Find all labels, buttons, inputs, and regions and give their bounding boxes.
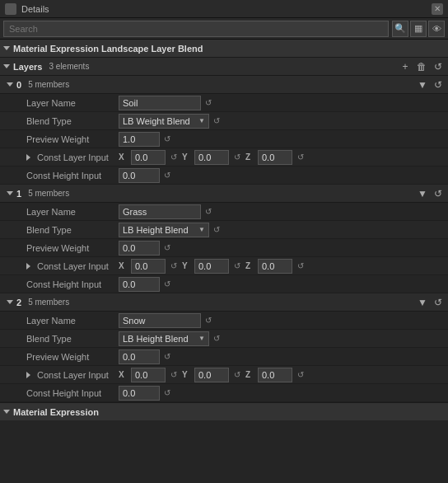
layer-2-constheight-value: ↺ (119, 386, 448, 401)
layer-1-blendtype-row: Blend Type LB Height Blend ▼ ↺ (0, 221, 448, 239)
layer-2-name-value: ↺ (119, 313, 448, 328)
layer-2-z-input[interactable] (258, 368, 292, 382)
layer-2-previewweight-value: ↺ (119, 349, 448, 364)
layer-2-z-reset[interactable]: ↺ (295, 369, 306, 381)
layer-1-constlayer-row: Const Layer Input X ↺ Y ↺ Z ↺ (0, 257, 448, 275)
layer-0-blendtype-row: Blend Type LB Weight Blend ▼ ↺ (0, 112, 448, 130)
search-icon[interactable]: 🔍 (392, 21, 408, 37)
layer-0-name-input[interactable] (119, 96, 201, 110)
layer-2-constlayer-label: Const Layer Input (3, 370, 119, 380)
layer-0-x-reset[interactable]: ↺ (168, 152, 180, 163)
layer-2-dropdown-icon[interactable]: ▼ (416, 296, 429, 309)
layer-0-reset-icon[interactable]: ↺ (432, 78, 445, 91)
layer-1-y-reset[interactable]: ↺ (231, 260, 243, 272)
layer-1-z-reset[interactable]: ↺ (295, 260, 306, 272)
title-bar-title: Details (21, 4, 427, 14)
search-input[interactable] (3, 21, 389, 37)
layer-1-previewweight-reset[interactable]: ↺ (161, 242, 173, 254)
layers-triangle (3, 64, 10, 68)
layer-1-actions: ▼ ↺ (416, 187, 448, 200)
layer-1-blendtype-dropdown[interactable]: LB Height Blend ▼ (119, 223, 209, 237)
layer-0-z-reset[interactable]: ↺ (295, 152, 306, 163)
material-expression-header[interactable]: Material Expression Landscape Layer Blen… (0, 40, 448, 58)
layer-1-constheight-reset[interactable]: ↺ (161, 279, 173, 290)
grid-icon[interactable]: ▦ (410, 21, 427, 37)
layer-0-blendtype-reset[interactable]: ↺ (211, 115, 222, 127)
layer-2-constheight-input[interactable] (119, 386, 160, 401)
layer-0-constlayer-value: X ↺ Y ↺ Z ↺ (119, 150, 448, 165)
layer-1-x-input[interactable] (131, 259, 166, 274)
layer-2-y-reset[interactable]: ↺ (231, 369, 243, 381)
layer-0-blendtype-label: Blend Type (3, 116, 119, 126)
layer-2-name-input[interactable] (119, 313, 201, 328)
material-expression-bottom[interactable]: Material Expression (0, 402, 448, 420)
layer-0-name-row: Layer Name ↺ (0, 94, 448, 112)
layers-title: Layers (13, 62, 42, 72)
layer-1-previewweight-input[interactable] (119, 241, 160, 256)
layer-0-y-reset[interactable]: ↺ (231, 152, 243, 163)
layer-0-constlayer-row: Const Layer Input X ↺ Y ↺ Z ↺ (0, 148, 448, 166)
layer-2-header[interactable]: 2 5 members ▼ ↺ (0, 293, 448, 312)
layer-2-blendtype-reset[interactable]: ↺ (211, 333, 222, 345)
add-layer-button[interactable]: + (399, 60, 412, 73)
layer-2-previewweight-row: Preview Weight ↺ (0, 348, 448, 366)
close-button[interactable]: ✕ (432, 3, 443, 15)
layer-2-x-reset[interactable]: ↺ (168, 369, 180, 381)
layer-0-actions: ▼ ↺ (416, 78, 448, 91)
layer-2: 2 5 members ▼ ↺ Layer Name ↺ Blend Type … (0, 293, 448, 402)
layer-1-header[interactable]: 1 5 members ▼ ↺ (0, 185, 448, 203)
layer-1-y-input[interactable] (194, 259, 229, 274)
layer-2-x-input[interactable] (131, 368, 166, 382)
layer-0-blendtype-dropdown[interactable]: LB Weight Blend ▼ (119, 114, 209, 129)
layer-0-dropdown-icon[interactable]: ▼ (416, 78, 429, 91)
layer-0-constheight-input[interactable] (119, 168, 160, 183)
layer-1: 1 5 members ▼ ↺ Layer Name ↺ Blend Type … (0, 185, 448, 293)
layer-0-previewweight-input[interactable] (119, 132, 160, 147)
layer-1-constheight-value: ↺ (119, 277, 448, 292)
layer-0-x-input[interactable] (131, 150, 166, 165)
layer-0-constheight-value: ↺ (119, 168, 448, 183)
eye-icon[interactable]: 👁 (428, 21, 445, 37)
layer-1-name-input[interactable] (119, 204, 201, 219)
layer-1-z-input[interactable] (258, 259, 292, 274)
layer-2-name-label: Layer Name (3, 316, 119, 326)
layer-0-name-reset[interactable]: ↺ (203, 97, 214, 109)
title-bar-icon (5, 3, 16, 15)
layer-2-index: 2 (16, 298, 21, 307)
layer-0-z-input[interactable] (258, 150, 292, 165)
layer-0-previewweight-reset[interactable]: ↺ (161, 134, 173, 145)
layer-2-previewweight-input[interactable] (119, 349, 160, 364)
layer-2-y-input[interactable] (194, 368, 229, 382)
layer-2-constheight-row: Const Height Input ↺ (0, 384, 448, 402)
layer-1-name-row: Layer Name ↺ (0, 203, 448, 221)
layer-1-constheight-input[interactable] (119, 277, 160, 292)
layer-0-header[interactable]: 0 5 members ▼ ↺ (0, 76, 448, 94)
layer-0-constheight-reset[interactable]: ↺ (161, 170, 173, 181)
layer-1-dropdown-icon[interactable]: ▼ (416, 187, 429, 200)
material-bottom-triangle (3, 410, 10, 414)
reset-layers-button[interactable]: ↺ (432, 60, 445, 73)
layer-0-y-input[interactable] (194, 150, 229, 165)
layer-2-name-row: Layer Name ↺ (0, 312, 448, 330)
layers-header[interactable]: Layers 3 elements + 🗑 ↺ (0, 58, 448, 76)
layer-1-name-value: ↺ (119, 204, 448, 219)
search-bar: 🔍 ▦ 👁 (0, 18, 448, 40)
layer-2-previewweight-reset[interactable]: ↺ (161, 351, 173, 363)
layer-2-reset-icon[interactable]: ↺ (432, 296, 445, 309)
layer-1-badge: 5 members (28, 189, 69, 198)
layer-1-constheight-label: Const Height Input (3, 279, 119, 289)
layer-2-name-reset[interactable]: ↺ (203, 315, 214, 326)
material-bottom-title: Material Expression (13, 407, 99, 417)
layer-1-x-reset[interactable]: ↺ (168, 260, 180, 272)
layer-2-badge: 5 members (28, 298, 69, 307)
layer-1-blendtype-reset[interactable]: ↺ (211, 224, 222, 236)
layer-1-index: 1 (16, 189, 21, 199)
layer-2-blendtype-dropdown[interactable]: LB Height Blend ▼ (119, 331, 209, 346)
search-icon-group: 🔍 ▦ 👁 (392, 21, 445, 37)
layer-0: 0 5 members ▼ ↺ Layer Name ↺ Blend Type … (0, 76, 448, 185)
delete-layer-button[interactable]: 🗑 (415, 60, 428, 73)
layer-2-constheight-reset[interactable]: ↺ (161, 387, 173, 399)
layer-1-name-reset[interactable]: ↺ (203, 206, 214, 218)
layer-0-constheight-row: Const Height Input ↺ (0, 166, 448, 185)
layer-1-reset-icon[interactable]: ↺ (432, 187, 445, 200)
